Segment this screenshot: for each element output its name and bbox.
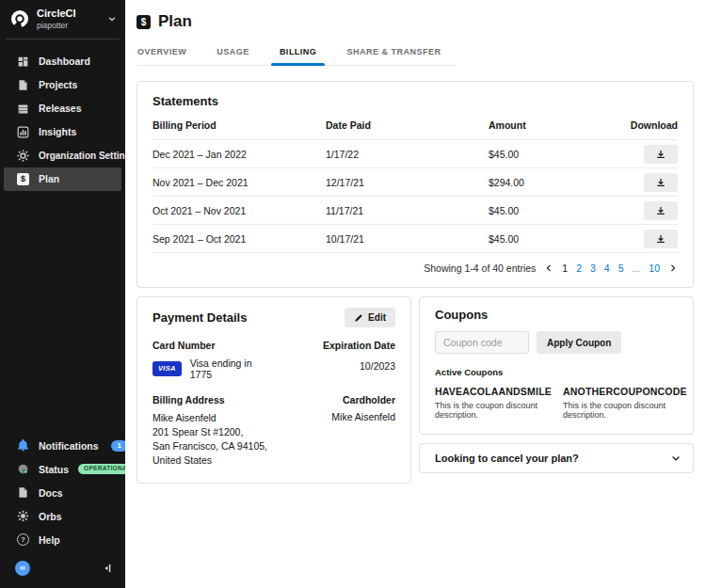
download-button[interactable] [644, 173, 678, 192]
sidebar: CircleCI piapotter Dashboard Projects [0, 0, 125, 588]
table-header-row: Billing Period Date Paid Amount Download [152, 119, 678, 139]
org-name: piapotter [37, 22, 76, 30]
sidebar-item-status[interactable]: Status OPERATIONAL [0, 457, 125, 481]
page-number[interactable]: 5 [618, 262, 624, 274]
sidebar-item-label: Insights [39, 126, 76, 137]
address-line: 201 Spear St #1200, [152, 425, 274, 439]
intercom-chat-icon[interactable] [15, 561, 30, 576]
amount-cell: $294.00 [489, 177, 621, 188]
column-header-amount: Amount [489, 119, 621, 131]
card-ending-text: Visa ending in 1775 [190, 358, 274, 380]
sidebar-item-projects[interactable]: Projects [0, 73, 125, 97]
collapse-sidebar-icon[interactable] [102, 563, 113, 574]
download-button[interactable] [644, 145, 678, 164]
sidebar-nav: Dashboard Projects Releases Insights [0, 40, 125, 191]
sidebar-bottom-nav: Notifications 1 Status OPERATIONAL Docs [0, 434, 125, 553]
org-title: CircleCI [37, 8, 76, 19]
address-line: San Francisco, CA 94105, United States [152, 439, 274, 468]
previous-page-icon[interactable] [544, 263, 554, 273]
address-line: Mike Aisenfeld [152, 411, 274, 425]
lower-section: Payment Details Edit Card Number VISA Vi… [136, 296, 694, 484]
pagination: Showing 1-4 of 40 entries 1 2 3 4 5 ... … [152, 252, 678, 282]
download-button[interactable] [644, 201, 678, 220]
chevron-down-icon [670, 453, 682, 464]
sidebar-item-label: Orbs [39, 511, 62, 522]
tab-overview[interactable]: OVERVIEW [136, 43, 187, 65]
amount-cell: $45.00 [489, 149, 621, 160]
help-icon: ? [17, 533, 29, 546]
status-icon [17, 463, 29, 475]
app-window: CircleCI piapotter Dashboard Projects [0, 0, 706, 588]
cancel-plan-label: Looking to cancel your plan? [435, 453, 579, 464]
tab-share-transfer[interactable]: SHARE & TRANSFER [345, 43, 441, 65]
page-header: $ Plan [136, 9, 694, 31]
edit-payment-button[interactable]: Edit [345, 308, 395, 327]
releases-icon [17, 103, 29, 115]
sidebar-item-docs[interactable]: Docs [0, 481, 125, 504]
column-header-date-paid: Date Paid [326, 119, 489, 131]
page-number-current[interactable]: 1 [562, 262, 568, 274]
billing-address-label: Billing Address [152, 394, 274, 405]
billing-period-cell: Sep 2021 – Oct 2021 [152, 233, 326, 245]
page-number[interactable]: 10 [649, 262, 660, 274]
coupon-code: HAVEACOLAANDSMILE [435, 386, 552, 397]
download-button[interactable] [644, 230, 678, 248]
table-row: Nov 2021 – Dec 2021 12/17/21 $294.00 [152, 167, 678, 196]
sidebar-item-label: Plan [39, 173, 59, 184]
tab-billing[interactable]: BILLING [279, 43, 318, 65]
dollar-icon: $ [17, 173, 29, 185]
main-content: $ Plan OVERVIEW USAGE BILLING SHARE & TR… [125, 0, 706, 588]
coupon-item: HAVEACOLAANDSMILE This is the coupon dis… [435, 386, 552, 420]
expiration-date-label: Expiration Date [274, 340, 395, 351]
coupon-code-input[interactable] [435, 331, 529, 354]
page-number[interactable]: 2 [576, 262, 582, 274]
sidebar-item-dashboard[interactable]: Dashboard [0, 50, 125, 73]
coupons-title: Coupons [435, 308, 678, 322]
pencil-icon [354, 313, 363, 323]
sidebar-item-label: Projects [39, 79, 77, 90]
sidebar-item-organization-settings[interactable]: Organization Settings [0, 144, 125, 167]
amount-cell: $45.00 [489, 233, 621, 245]
billing-period-cell: Dec 2021 – Jan 2022 [152, 149, 326, 160]
pagination-summary: Showing 1-4 of 40 entries [424, 262, 536, 274]
next-page-icon[interactable] [668, 263, 678, 273]
active-coupons-label: Active Coupons [435, 367, 678, 377]
gear-icon [17, 150, 29, 162]
sidebar-item-plan[interactable]: $ Plan [4, 167, 121, 191]
insights-icon [17, 126, 29, 138]
coupon-item: ANOTHERCOUPONCODE This is the coupon dis… [563, 386, 687, 420]
org-switcher[interactable]: CircleCI piapotter [0, 0, 125, 38]
column-header-billing-period: Billing Period [152, 119, 326, 131]
sidebar-item-orbs[interactable]: Orbs [0, 504, 125, 528]
date-paid-cell: 10/17/21 [326, 233, 489, 245]
page-number[interactable]: 4 [604, 262, 610, 274]
tab-usage[interactable]: USAGE [216, 43, 250, 65]
bell-icon [17, 439, 29, 452]
coupon-description: This is the coupon discount description. [563, 401, 687, 420]
sidebar-item-label: Help [39, 534, 60, 546]
table-row: Dec 2021 – Jan 2022 1/17/22 $45.00 [152, 139, 678, 167]
edit-button-label: Edit [368, 312, 386, 323]
docs-icon [17, 486, 29, 499]
payment-details-title: Payment Details [152, 310, 247, 325]
cardholder-label: Cardholder [274, 394, 395, 405]
column-header-download: Download [631, 119, 678, 131]
sidebar-item-label: Releases [39, 103, 82, 114]
sidebar-item-label: Docs [39, 487, 63, 499]
projects-icon [17, 79, 29, 91]
page-number[interactable]: 3 [590, 262, 596, 274]
billing-period-cell: Nov 2021 – Dec 2021 [152, 177, 326, 188]
sidebar-item-insights[interactable]: Insights [0, 120, 125, 144]
table-row: Oct 2021 – Nov 2021 11/17/21 $45.00 [152, 196, 678, 224]
apply-coupon-button[interactable]: Apply Coupon [537, 331, 621, 354]
page-title: Plan [158, 12, 192, 31]
sidebar-item-help[interactable]: ? Help [0, 528, 125, 551]
sidebar-item-notifications[interactable]: Notifications 1 [0, 434, 125, 457]
payment-details-card: Payment Details Edit Card Number VISA Vi… [136, 296, 411, 484]
cancel-plan-accordion[interactable]: Looking to cancel your plan? [419, 443, 694, 473]
chevron-down-icon [107, 14, 117, 24]
billing-period-cell: Oct 2021 – Nov 2021 [152, 205, 326, 216]
sidebar-item-releases[interactable]: Releases [0, 97, 125, 120]
card-number-label: Card Number [152, 340, 274, 351]
orbs-icon [17, 510, 29, 522]
